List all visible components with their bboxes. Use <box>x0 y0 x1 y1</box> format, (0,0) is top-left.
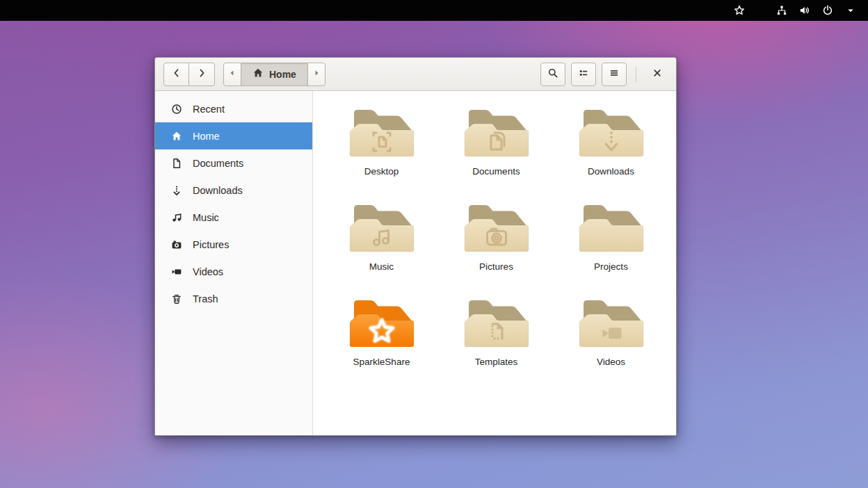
navigation-buttons <box>163 63 215 86</box>
search-icon <box>547 67 558 81</box>
home-icon <box>252 67 264 81</box>
trash-icon <box>170 293 183 305</box>
star-icon[interactable] <box>732 3 747 18</box>
folder-icon <box>348 199 415 254</box>
documents-icon <box>170 157 183 170</box>
sidebar-item-videos[interactable]: Videos <box>155 258 312 285</box>
music-icon <box>170 211 183 224</box>
sidebar-item-label: Trash <box>193 293 218 304</box>
forward-button[interactable] <box>189 63 215 86</box>
sidebar-item-label: Documents <box>193 158 243 169</box>
folder-sparkleshare[interactable]: SparkleShare <box>324 293 439 388</box>
header-bar: Home <box>155 58 676 91</box>
sidebar-item-label: Pictures <box>193 239 229 250</box>
titlebar-separator <box>636 67 636 82</box>
folder-label: Videos <box>597 357 625 367</box>
system-status-area[interactable] <box>732 3 858 18</box>
sidebar-item-label: Recent <box>193 104 225 115</box>
folder-label: Downloads <box>588 166 634 177</box>
folder-desktop[interactable]: Desktop <box>324 102 439 197</box>
triangle-left-icon <box>227 67 238 81</box>
desktop-background: Home RecentHome <box>0 0 868 488</box>
folder-label: SparkleShare <box>353 357 410 367</box>
folder-label: Projects <box>594 261 628 272</box>
folder-videos[interactable]: Videos <box>554 293 668 388</box>
folder-icon <box>578 104 645 159</box>
sidebar-item-label: Downloads <box>193 185 243 196</box>
chevron-left-icon <box>171 67 182 81</box>
sidebar-item-home[interactable]: Home <box>155 122 312 149</box>
sidebar-item-label: Videos <box>193 266 223 277</box>
power-icon[interactable] <box>820 3 835 18</box>
sidebar-item-downloads[interactable]: Downloads <box>155 177 312 204</box>
close-icon <box>652 67 663 81</box>
pictures-icon <box>170 238 183 251</box>
folder-downloads[interactable]: Downloads <box>554 102 668 197</box>
path-next-button[interactable] <box>307 63 326 86</box>
menu-button[interactable] <box>602 63 627 86</box>
folder-icon <box>463 104 530 159</box>
folder-label: Music <box>369 261 394 272</box>
chevron-right-icon <box>196 67 207 81</box>
recent-icon <box>170 103 183 115</box>
folder-label: Documents <box>472 166 520 177</box>
sidebar-item-recent[interactable]: Recent <box>155 95 312 122</box>
downloads-icon <box>170 184 183 197</box>
folder-label: Desktop <box>364 166 399 177</box>
sidebar-item-documents[interactable]: Documents <box>155 149 312 177</box>
search-button[interactable] <box>540 63 565 86</box>
folder-label: Pictures <box>479 261 513 272</box>
sidebar-item-pictures[interactable]: Pictures <box>155 231 312 258</box>
top-bar <box>0 0 868 21</box>
path-previous-button[interactable] <box>223 63 241 86</box>
folder-label: Templates <box>475 357 518 367</box>
chevron-down-icon[interactable] <box>843 3 858 18</box>
folder-pictures[interactable]: Pictures <box>439 197 554 293</box>
sidebar-item-trash[interactable]: Trash <box>155 285 312 312</box>
path-home-label: Home <box>269 69 296 80</box>
videos-icon <box>170 266 183 278</box>
folder-icon <box>463 199 530 254</box>
folder-icon <box>463 294 530 350</box>
sidebar-item-label: Music <box>193 212 219 223</box>
files-grid: Desktop Documents Downloads <box>313 91 676 435</box>
folder-icon <box>348 294 415 350</box>
folder-icon <box>348 104 415 159</box>
folder-templates[interactable]: Templates <box>439 293 554 388</box>
folder-documents[interactable]: Documents <box>439 102 554 197</box>
back-button[interactable] <box>163 63 189 86</box>
sidebar-item-label: Home <box>193 131 220 142</box>
list-view-icon <box>578 67 589 81</box>
file-manager-window: Home RecentHome <box>154 57 677 436</box>
folder-music[interactable]: Music <box>324 197 439 293</box>
volume-icon[interactable] <box>797 3 812 18</box>
folder-icon <box>578 294 645 350</box>
close-button[interactable] <box>647 64 668 85</box>
hamburger-menu-icon <box>609 67 620 81</box>
folder-icon <box>578 199 645 254</box>
view-toggle-button[interactable] <box>571 63 596 86</box>
sidebar-item-music[interactable]: Music <box>155 204 312 231</box>
network-icon[interactable] <box>774 3 789 18</box>
folder-projects[interactable]: Projects <box>554 197 668 293</box>
path-home-button[interactable]: Home <box>241 63 307 86</box>
home-icon <box>170 130 183 143</box>
triangle-right-icon <box>311 67 322 81</box>
path-bar: Home <box>223 63 326 86</box>
places-sidebar: RecentHomeDocumentsDownloadsMusicPicture… <box>155 91 313 435</box>
